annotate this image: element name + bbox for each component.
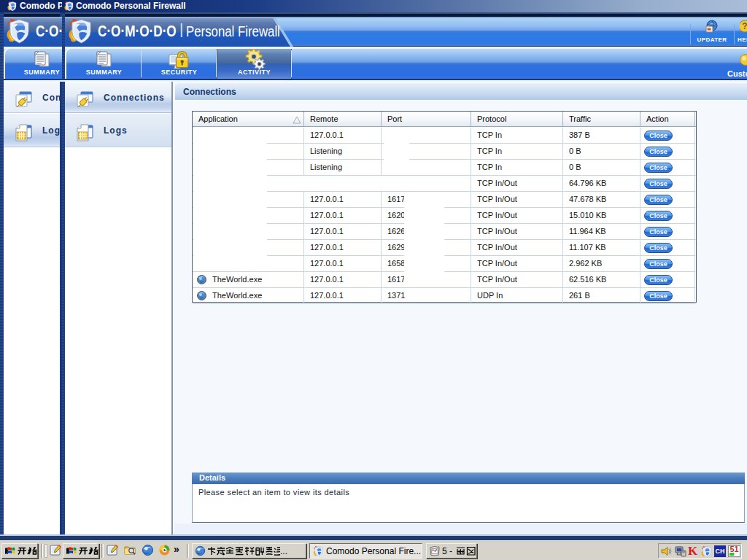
- svg-text:?: ?: [742, 21, 747, 31]
